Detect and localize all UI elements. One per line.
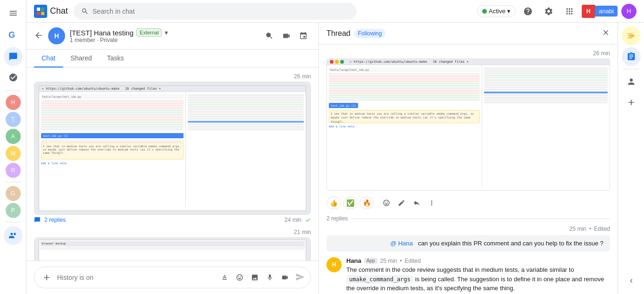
chat-search-button[interactable]: [262, 28, 277, 43]
status-label: Active: [489, 8, 505, 15]
apps-button[interactable]: [561, 3, 578, 20]
rail-divider: [624, 69, 639, 69]
chat-header: H [TEST] Hana testing External ▾ 1 membe…: [26, 23, 318, 50]
hana-message-body: The comment in the code review suggests …: [346, 265, 610, 294]
check-reaction[interactable]: ✅: [343, 197, 358, 209]
thumbs-up-reaction[interactable]: 👍: [326, 197, 341, 209]
chat-title-row: [TEST] Hana testing External ▾: [70, 28, 257, 37]
add-emoji-button[interactable]: [380, 196, 393, 210]
top-header: Chat Active ▾: [26, 0, 644, 23]
right-rail: [618, 23, 644, 294]
chat-sidebar-icon[interactable]: [4, 47, 23, 66]
replies-row-1[interactable]: 2 replies 24 min: [34, 215, 311, 225]
message-time-1: 26 min: [34, 73, 311, 80]
avatar-4[interactable]: M: [6, 146, 21, 161]
app-badge: App: [364, 258, 377, 264]
input-actions: [218, 271, 292, 284]
format-text-button[interactable]: [218, 271, 231, 284]
mention-time-row: 25 min • Edited: [326, 226, 610, 232]
external-badge: External: [136, 28, 162, 37]
thread-time: 26 min: [326, 50, 610, 57]
svg-rect-4: [41, 8, 44, 11]
avatar-2[interactable]: T: [6, 112, 21, 127]
message-group-2: 21 min browser mockup: [34, 229, 311, 260]
input-box: [34, 267, 311, 288]
mention-message-bubble: @ Hana @ Hana can you explain this PR co…: [326, 235, 610, 252]
add-button[interactable]: [40, 271, 53, 284]
message-group-1: 26 min ← https://github.com/ubuntu/ubunt…: [34, 73, 311, 225]
chevron-down-icon: ▾: [507, 8, 510, 15]
tab-shared[interactable]: Shared: [63, 50, 100, 67]
avatar-5[interactable]: R: [6, 163, 21, 178]
contacts-icon[interactable]: [622, 72, 641, 91]
task-button[interactable]: [296, 28, 311, 43]
replies-time-1: 24 min: [284, 217, 301, 223]
edit-button[interactable]: [395, 196, 408, 210]
avatar-6[interactable]: G: [6, 186, 21, 201]
help-button[interactable]: [519, 3, 536, 20]
reply-button[interactable]: [410, 196, 423, 210]
thread-header: Thread Following: [319, 23, 618, 44]
chat-room-avatar: H: [48, 27, 65, 44]
thread-close-button[interactable]: [602, 28, 610, 38]
replies-divider: 2 replies: [326, 215, 610, 222]
avatar-3[interactable]: A: [6, 129, 21, 144]
replies-count-1: 2 replies: [44, 217, 66, 223]
notes-icon[interactable]: [622, 26, 641, 45]
tasks-rail-icon[interactable]: [622, 47, 641, 66]
chat-title-area: [TEST] Hana testing External ▾ 1 member …: [70, 28, 257, 43]
svg-text:G: G: [8, 30, 15, 40]
video-call-button[interactable]: [279, 28, 294, 43]
status-badge[interactable]: Active ▾: [477, 5, 516, 17]
record-audio-button[interactable]: [263, 271, 276, 284]
menu-button[interactable]: [4, 4, 23, 23]
divider-2: [6, 182, 21, 182]
chat-header-actions: [262, 28, 311, 43]
message-input[interactable]: [57, 274, 214, 281]
thread-actions-row: 👍 ✅ 🔥: [326, 194, 610, 211]
avatar-7[interactable]: P: [6, 203, 21, 218]
sender-name: Hana: [346, 257, 361, 264]
checkmark-icon-1: [305, 217, 311, 223]
search-icon: [81, 8, 89, 15]
tab-tasks[interactable]: Tasks: [100, 50, 132, 67]
user-avatar[interactable]: H: [621, 4, 636, 19]
chat-tabs: Chat Shared Tasks: [26, 50, 318, 67]
emoji-button[interactable]: [233, 271, 246, 284]
following-badge[interactable]: Following: [354, 29, 386, 38]
send-button[interactable]: [295, 272, 305, 283]
svg-rect-2: [34, 5, 47, 18]
back-button[interactable]: [34, 31, 43, 42]
mention-tag: @ Hana: [390, 240, 413, 247]
search-input[interactable]: [92, 8, 349, 15]
dot-separator: •: [589, 226, 591, 232]
thread-screenshot: ← https://github.com/ubuntu/ubuntu-make …: [326, 59, 610, 191]
expand-panel-button[interactable]: [622, 271, 641, 290]
workspace-name: anabi: [595, 6, 618, 17]
edited-label: Edited: [594, 226, 610, 232]
video-button[interactable]: [278, 271, 292, 284]
spaces-icon[interactable]: [4, 68, 23, 87]
image-button[interactable]: [248, 271, 261, 284]
add-rail-button[interactable]: [622, 93, 641, 112]
header-right: Active ▾ H anabi H: [477, 3, 636, 20]
active-group-icon[interactable]: [4, 226, 23, 245]
more-options-button[interactable]: [425, 196, 438, 210]
divider-3: [6, 222, 21, 222]
screenshot-preview-1: ← https://github.com/ubuntu/ubuntu-make …: [34, 82, 311, 215]
mention-time: 25 min: [569, 226, 586, 232]
hana-avatar: H: [326, 257, 342, 272]
tab-chat[interactable]: Chat: [34, 50, 63, 67]
dropdown-arrow-icon[interactable]: ▾: [165, 29, 168, 36]
logo-area: G: [5, 26, 22, 43]
dot-sep-2: •: [400, 258, 402, 264]
thread-title: Thread: [326, 29, 351, 38]
search-bar[interactable]: [74, 3, 357, 20]
divider-1: [6, 91, 21, 91]
sender-time: 25 min: [380, 258, 397, 264]
settings-button[interactable]: [540, 3, 557, 20]
svg-rect-5: [37, 12, 40, 15]
code-snippet: umake_command_args: [346, 275, 413, 284]
avatar-1[interactable]: H: [6, 95, 21, 110]
fire-reaction[interactable]: 🔥: [360, 197, 374, 209]
